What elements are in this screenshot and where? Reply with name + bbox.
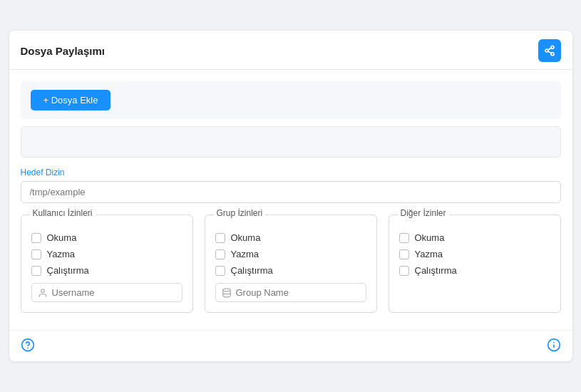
permissions-row: Kullanıcı İzinleri Okuma Yazma Çalıştırm… xyxy=(21,215,561,313)
svg-point-5 xyxy=(41,289,44,292)
other-write-checkbox[interactable] xyxy=(399,249,409,259)
user-exec-label: Çalıştırma xyxy=(47,265,89,276)
other-read-label: Okuma xyxy=(415,232,445,243)
group-write-item: Yazma xyxy=(215,249,366,259)
user-write-label: Yazma xyxy=(47,249,76,259)
user-read-label: Okuma xyxy=(47,232,77,243)
person-icon xyxy=(38,288,48,298)
share-button[interactable] xyxy=(538,39,561,62)
other-write-label: Yazma xyxy=(415,249,443,259)
user-read-item: Okuma xyxy=(31,232,182,243)
other-exec-label: Çalıştırma xyxy=(415,265,457,276)
group-read-checkbox[interactable] xyxy=(215,233,225,243)
footer-bar xyxy=(9,330,572,361)
svg-line-3 xyxy=(547,51,551,53)
group-write-checkbox[interactable] xyxy=(215,249,225,259)
svg-line-4 xyxy=(547,48,551,50)
card-header: Dosya Paylaşımı xyxy=(9,31,572,70)
group-exec-checkbox[interactable] xyxy=(215,266,225,276)
user-exec-item: Çalıştırma xyxy=(31,265,182,276)
other-write-item: Yazma xyxy=(399,249,550,259)
username-input[interactable] xyxy=(52,287,176,298)
target-dir-label: Hedef Dizin xyxy=(21,167,561,177)
group-exec-item: Çalıştırma xyxy=(215,265,366,276)
other-exec-item: Çalıştırma xyxy=(399,265,550,276)
username-input-row xyxy=(31,283,182,302)
user-write-checkbox[interactable] xyxy=(31,249,41,259)
svg-point-6 xyxy=(222,289,230,292)
user-permissions-title: Kullanıcı İzinleri xyxy=(30,208,96,218)
group-exec-label: Çalıştırma xyxy=(231,265,273,276)
other-permissions-title: Diğer İzinler xyxy=(398,208,449,218)
user-permissions-box: Kullanıcı İzinleri Okuma Yazma Çalıştırm… xyxy=(21,215,193,313)
group-read-label: Okuma xyxy=(231,232,261,243)
group-icon xyxy=(222,288,232,298)
other-read-checkbox[interactable] xyxy=(399,233,409,243)
other-read-item: Okuma xyxy=(399,232,550,243)
other-permissions-box: Diğer İzinler Okuma Yazma Çalıştırma xyxy=(389,215,561,313)
card-body: + Dosya Ekle Hedef Dizin Kullanıcı İzinl… xyxy=(9,70,572,324)
groupname-input-row xyxy=(215,283,366,302)
groupname-input[interactable] xyxy=(236,287,360,298)
other-exec-checkbox[interactable] xyxy=(399,266,409,276)
group-permissions-title: Grup İzinleri xyxy=(214,208,266,218)
target-dir-input[interactable] xyxy=(21,181,561,203)
main-card: Dosya Paylaşımı + Dosya Ekle Hedef Dizin… xyxy=(9,31,572,361)
help-icon[interactable] xyxy=(21,338,35,356)
add-file-button[interactable]: + Dosya Ekle xyxy=(31,90,111,110)
file-add-bar: + Dosya Ekle xyxy=(21,81,561,119)
drop-area[interactable] xyxy=(21,126,561,158)
info-icon[interactable] xyxy=(547,338,561,356)
user-write-item: Yazma xyxy=(31,249,182,259)
card-title: Dosya Paylaşımı xyxy=(21,45,105,57)
group-write-label: Yazma xyxy=(231,249,259,259)
group-permissions-box: Grup İzinleri Okuma Yazma Çalıştırma xyxy=(205,215,377,313)
group-read-item: Okuma xyxy=(215,232,366,243)
user-exec-checkbox[interactable] xyxy=(31,266,41,276)
user-read-checkbox[interactable] xyxy=(31,233,41,243)
